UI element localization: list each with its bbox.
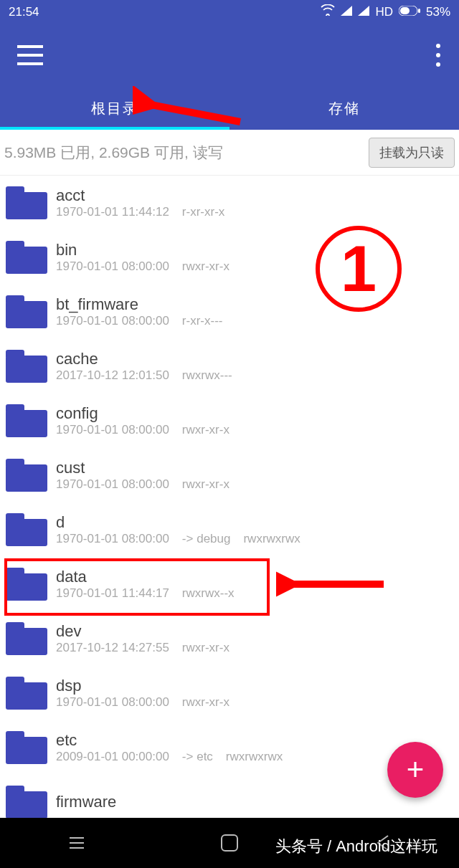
battery-icon <box>399 5 420 19</box>
list-item-name: etc <box>56 731 453 750</box>
list-item[interactable]: dev2017-10-12 14:27:55rwxr-xr-x <box>0 611 459 666</box>
fab-add-button[interactable]: + <box>387 742 443 798</box>
status-time: 21:54 <box>9 5 39 19</box>
list-item-meta: 1970-01-01 08:00:00rwxr-xr-x <box>56 477 453 492</box>
list-item-meta: 1970-01-01 08:00:00-> debugrwxrwxrwx <box>56 532 453 546</box>
list-item-info: dsp1970-01-01 08:00:00rwxr-xr-x <box>56 677 453 710</box>
watermark: 头条号 / Android这样玩 <box>275 836 437 857</box>
list-item-info: firmware <box>56 793 453 811</box>
list-item[interactable]: d1970-01-01 08:00:00-> debugrwxrwxrwx <box>0 502 459 557</box>
tab-storage[interactable]: 存储 <box>230 87 459 130</box>
folder-icon <box>6 731 47 764</box>
list-item-info: d1970-01-01 08:00:00-> debugrwxrwxrwx <box>56 513 453 546</box>
list-item[interactable]: config1970-01-01 08:00:00rwxr-xr-x <box>0 394 459 448</box>
list-item-meta: 2017-10-12 12:01:50rwxrwx--- <box>56 368 453 383</box>
list-item-info: cust1970-01-01 08:00:00rwxr-xr-x <box>56 459 453 492</box>
list-item-info: config1970-01-01 08:00:00rwxr-xr-x <box>56 404 453 437</box>
list-item-info: cache2017-10-12 12:01:50rwxrwx--- <box>56 350 453 383</box>
file-list: acct1970-01-01 11:44:12r-xr-xr-xbin1970-… <box>0 176 459 829</box>
nav-recent-button[interactable] <box>59 825 95 861</box>
folder-icon <box>6 404 47 437</box>
list-item-info: bt_firmware1970-01-01 08:00:00r-xr-x--- <box>56 295 453 328</box>
list-item-meta: 2017-10-12 14:27:55rwxr-xr-x <box>56 641 453 655</box>
list-item-name: cache <box>56 350 453 368</box>
list-item-meta: 1970-01-01 08:00:00rwxr-xr-x <box>56 423 453 437</box>
hd-text: HD <box>375 5 393 19</box>
tab-indicator <box>0 127 230 130</box>
app-toolbar <box>0 24 459 87</box>
list-item[interactable]: bin1970-01-01 08:00:00rwxr-xr-x <box>0 230 459 285</box>
overflow-icon[interactable] <box>435 44 442 67</box>
wifi-icon <box>321 4 335 19</box>
status-right: HD 53% <box>321 4 450 19</box>
folder-icon <box>6 186 47 219</box>
storage-info: 5.93MB 已用, 2.69GB 可用, 读写 <box>4 143 361 163</box>
signal-icon-2 <box>358 5 369 19</box>
list-item[interactable]: cust1970-01-01 08:00:00rwxr-xr-x <box>0 448 459 502</box>
nav-home-button[interactable] <box>212 825 247 861</box>
info-bar: 5.93MB 已用, 2.69GB 可用, 读写 挂载为只读 <box>0 130 459 176</box>
list-item-meta: 1970-01-01 08:00:00rwxr-xr-x <box>56 259 453 274</box>
list-item-name: dsp <box>56 677 453 695</box>
svg-rect-1 <box>400 7 410 14</box>
list-item-name: dev <box>56 622 453 641</box>
folder-icon <box>6 350 47 383</box>
folder-icon <box>6 677 47 710</box>
list-item-info: acct1970-01-01 11:44:12r-xr-xr-x <box>56 186 453 219</box>
svg-rect-8 <box>222 835 237 851</box>
tab-root[interactable]: 根目录 <box>0 87 230 130</box>
list-item-name: d <box>56 513 453 532</box>
list-item-name: firmware <box>56 793 453 811</box>
folder-icon <box>6 513 47 546</box>
list-item-name: cust <box>56 459 453 477</box>
list-item[interactable]: data1970-01-01 11:44:17rwxrwx--x <box>0 557 459 611</box>
list-item-meta: 1970-01-01 08:00:00rwxr-xr-x <box>56 695 453 710</box>
battery-text: 53% <box>426 5 450 19</box>
menu-icon[interactable] <box>17 45 43 65</box>
list-item[interactable]: bt_firmware1970-01-01 08:00:00r-xr-x--- <box>0 285 459 339</box>
folder-icon <box>6 568 47 601</box>
tab-bar: 根目录 存储 <box>0 87 459 130</box>
list-item-meta: 1970-01-01 08:00:00r-xr-x--- <box>56 314 453 328</box>
list-item-meta: 1970-01-01 11:44:12r-xr-xr-x <box>56 205 453 219</box>
folder-icon <box>6 295 47 328</box>
list-item[interactable]: cache2017-10-12 12:01:50rwxrwx--- <box>0 339 459 394</box>
folder-icon <box>6 786 47 819</box>
list-item-info: bin1970-01-01 08:00:00rwxr-xr-x <box>56 241 453 274</box>
list-item-info: data1970-01-01 11:44:17rwxrwx--x <box>56 568 453 601</box>
list-item-info: dev2017-10-12 14:27:55rwxr-xr-x <box>56 622 453 655</box>
status-bar: 21:54 HD 53% <box>0 0 459 24</box>
list-item-name: bt_firmware <box>56 295 453 314</box>
list-item[interactable]: acct1970-01-01 11:44:12r-xr-xr-x <box>0 176 459 230</box>
list-item[interactable]: dsp1970-01-01 08:00:00rwxr-xr-x <box>0 666 459 720</box>
folder-icon <box>6 622 47 655</box>
plus-icon: + <box>407 753 425 787</box>
folder-icon <box>6 459 47 492</box>
signal-icon-1 <box>341 5 352 19</box>
list-item-name: acct <box>56 186 453 205</box>
list-item-name: bin <box>56 241 453 259</box>
mount-readonly-button[interactable]: 挂载为只读 <box>369 138 455 168</box>
list-item-name: config <box>56 404 453 423</box>
list-item-name: data <box>56 568 453 586</box>
list-item-meta: 1970-01-01 11:44:17rwxrwx--x <box>56 586 453 601</box>
folder-icon <box>6 241 47 274</box>
svg-rect-2 <box>418 9 420 13</box>
